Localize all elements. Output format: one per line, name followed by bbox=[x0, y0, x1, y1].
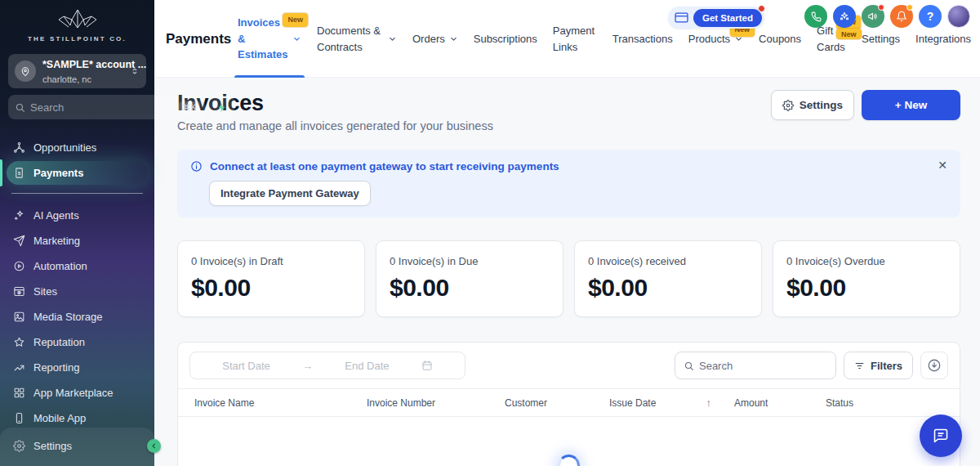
export-button[interactable] bbox=[920, 352, 948, 379]
sidebar-item-automation[interactable]: Automation bbox=[7, 254, 148, 278]
sidebar-item-label: Reporting bbox=[33, 361, 79, 374]
credit-card-icon bbox=[675, 12, 688, 23]
sidebar-item-label: Automation bbox=[33, 260, 87, 272]
chat-fab-button[interactable] bbox=[920, 414, 962, 457]
sidebar-collapse-button[interactable] bbox=[147, 439, 161, 453]
question-mark-icon: ? bbox=[927, 10, 934, 23]
invoice-stats: 0 Invoice(s) in Draft $0.00 0 Invoice(s)… bbox=[177, 240, 960, 317]
stat-value: $0.00 bbox=[786, 274, 947, 302]
tab-coupons[interactable]: Coupons bbox=[759, 0, 801, 78]
banner-message: Connect at least one payment gateway to … bbox=[210, 160, 559, 173]
ai-assistant-button[interactable] bbox=[833, 5, 856, 28]
tab-invoices-estimates[interactable]: Invoices & Estimates New bbox=[238, 0, 301, 78]
table-search-input[interactable] bbox=[699, 360, 827, 372]
sidebar-search-input[interactable] bbox=[30, 101, 174, 114]
sidebar-item-payments[interactable]: $ Payments bbox=[7, 161, 148, 185]
sidebar-item-reputation[interactable]: Reputation bbox=[7, 330, 148, 354]
search-icon bbox=[15, 102, 25, 113]
sidebar-footer: Settings bbox=[0, 428, 154, 466]
announcements-button[interactable] bbox=[862, 5, 884, 28]
play-circle-icon bbox=[13, 260, 25, 272]
get-started-button[interactable]: Get Started bbox=[693, 9, 762, 27]
notifications-button[interactable] bbox=[890, 5, 913, 28]
sidebar-item-label: Marketing bbox=[33, 235, 80, 247]
active-indicator bbox=[0, 159, 2, 186]
gear-icon bbox=[13, 440, 25, 452]
notification-dot bbox=[758, 5, 765, 12]
start-date-placeholder: Start Date bbox=[222, 360, 270, 372]
search-icon bbox=[684, 361, 694, 371]
chevron-down-icon bbox=[449, 34, 458, 43]
ai-sparkle-icon bbox=[839, 11, 850, 22]
sidebar-item-ai-agents[interactable]: AI Agents bbox=[7, 204, 148, 227]
nav-section-title: Payments bbox=[166, 0, 231, 78]
tab-documents-contracts[interactable]: Documents & Contracts bbox=[317, 0, 397, 78]
filters-button[interactable]: Filters bbox=[844, 352, 913, 379]
user-avatar[interactable] bbox=[947, 5, 970, 28]
info-icon bbox=[190, 160, 203, 173]
stat-label: 0 Invoice(s) in Due bbox=[390, 255, 550, 267]
shortcut-badge: ⌘K bbox=[179, 101, 200, 113]
sidebar-item-sites[interactable]: Sites bbox=[7, 280, 148, 303]
calendar-icon bbox=[421, 360, 433, 371]
stat-card-due: 0 Invoice(s) in Due $0.00 bbox=[376, 240, 564, 317]
sidebar-item-media-storage[interactable]: Media Storage bbox=[7, 305, 148, 329]
close-icon[interactable]: ✕ bbox=[938, 159, 947, 172]
column-amount: Amount bbox=[734, 397, 826, 409]
brand-logo: THE STILLPOINT CO. bbox=[0, 0, 154, 47]
sidebar-item-settings[interactable]: Settings bbox=[7, 434, 148, 458]
table-search[interactable] bbox=[675, 352, 836, 379]
sidebar-search[interactable]: ⌘K bbox=[8, 95, 205, 119]
quick-actions-button[interactable] bbox=[210, 95, 234, 119]
invoices-table-card: Start Date → End Date bbox=[177, 342, 960, 466]
column-invoice-name: Invoice Name bbox=[178, 397, 367, 409]
tab-orders[interactable]: Orders bbox=[412, 0, 458, 78]
smartphone-icon bbox=[13, 412, 25, 424]
sidebar-item-label: Payments bbox=[33, 167, 83, 179]
sort-ascending-icon[interactable]: ↑ bbox=[706, 397, 712, 409]
date-range-picker[interactable]: Start Date → End Date bbox=[189, 352, 466, 379]
tab-payment-links[interactable]: Payment Links bbox=[553, 0, 597, 78]
bell-icon bbox=[896, 11, 907, 22]
sidebar-menu: Opportunities $ Payments AI Agents bbox=[0, 119, 154, 430]
grid-icon bbox=[13, 387, 25, 399]
table-header-row: Invoice Name Invoice Number Customer Iss… bbox=[178, 388, 960, 417]
sidebar-item-label: Opportunities bbox=[33, 141, 96, 154]
sidebar-item-mobile-app[interactable]: Mobile App bbox=[7, 406, 148, 430]
column-issue-date[interactable]: Issue Date ↑ bbox=[609, 397, 734, 409]
paper-plane-icon bbox=[13, 235, 25, 247]
notification-dot bbox=[906, 4, 913, 11]
stat-value: $0.00 bbox=[390, 274, 550, 302]
sidebar-divider bbox=[11, 193, 143, 194]
sidebar-item-label: Sites bbox=[33, 285, 57, 298]
account-switcher[interactable]: *SAMPLE* account ... charlotte, nc bbox=[8, 54, 146, 88]
top-navigation: Payments Invoices & Estimates New Docume… bbox=[154, 0, 980, 78]
tab-subscriptions[interactable]: Subscriptions bbox=[474, 0, 537, 78]
arrow-right-icon: → bbox=[302, 360, 313, 372]
trend-up-icon bbox=[13, 361, 25, 374]
image-icon bbox=[13, 311, 25, 323]
chevron-down-icon bbox=[388, 34, 397, 43]
integrate-gateway-button[interactable]: Integrate Payment Gateway bbox=[209, 181, 371, 206]
notification-dot bbox=[878, 4, 884, 11]
get-started-group[interactable]: Get Started bbox=[668, 7, 764, 29]
sidebar-item-app-marketplace[interactable]: App Marketplace bbox=[7, 381, 148, 405]
chat-bubble-icon bbox=[933, 428, 949, 444]
sidebar-item-label: Mobile App bbox=[33, 412, 86, 424]
sidebar-item-opportunities[interactable]: Opportunities bbox=[7, 136, 148, 159]
sidebar-item-reporting[interactable]: Reporting bbox=[7, 356, 148, 379]
phone-button[interactable] bbox=[804, 5, 827, 28]
payments-icon: $ bbox=[13, 167, 25, 179]
new-invoice-button[interactable]: + New bbox=[862, 90, 960, 120]
invoice-settings-button[interactable]: Settings bbox=[771, 90, 854, 120]
help-button[interactable]: ? bbox=[919, 5, 942, 28]
sparkle-icon bbox=[13, 209, 25, 222]
chevron-up-down-icon bbox=[130, 65, 140, 77]
payment-gateway-banner: Connect at least one payment gateway to … bbox=[177, 150, 960, 217]
header-icon-cluster: ? New bbox=[804, 5, 970, 28]
sidebar-item-marketing[interactable]: Marketing bbox=[7, 229, 148, 253]
location-pin-icon bbox=[15, 60, 36, 82]
tab-transactions[interactable]: Transactions bbox=[612, 0, 673, 78]
stat-label: 0 Invoice(s) in Draft bbox=[191, 255, 351, 267]
stat-card-received: 0 Invoice(s) received $0.00 bbox=[574, 240, 762, 317]
